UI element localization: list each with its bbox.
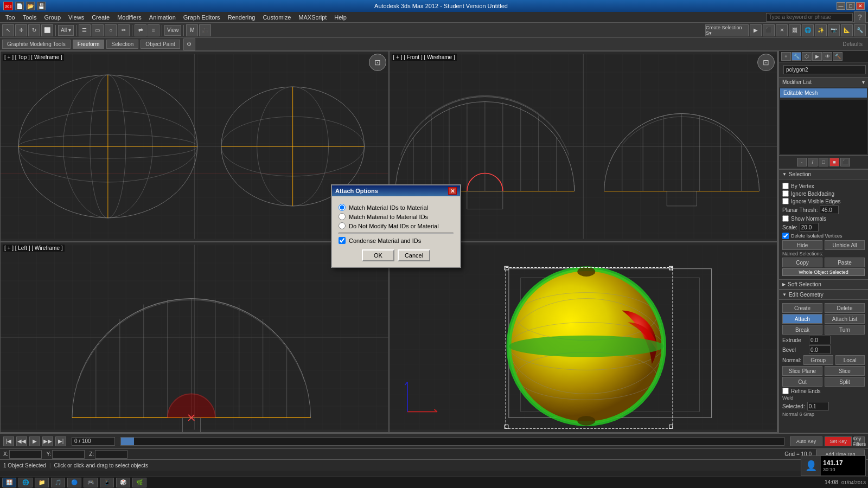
paint-select[interactable]: ✏ <box>118 24 130 36</box>
ignore-visible-checkbox[interactable] <box>782 198 789 204</box>
menu-customize[interactable]: Customize <box>259 14 294 21</box>
move-btn[interactable]: ✛ <box>15 24 27 36</box>
menu-help[interactable]: Help <box>331 14 350 21</box>
by-vertex-checkbox[interactable] <box>782 183 789 189</box>
render-frame[interactable]: ▶ <box>750 24 762 36</box>
menu-animation[interactable]: Animation <box>146 14 179 21</box>
create-panel-icon[interactable]: + <box>781 52 791 61</box>
slice-btn[interactable]: Slice <box>825 366 865 376</box>
subobj-poly[interactable]: ■ <box>829 158 839 166</box>
menu-too[interactable]: Too <box>2 14 18 21</box>
display-icon[interactable]: 👁 <box>822 52 832 61</box>
viewport-dropdown[interactable]: View <box>164 25 182 36</box>
filter-dropdown[interactable]: All ▾ <box>58 25 74 36</box>
object-name-field[interactable]: polygon2 <box>783 65 866 74</box>
local-btn[interactable]: Local <box>835 355 865 365</box>
render-last[interactable]: 🖼 <box>789 24 801 36</box>
viewport-top-nav[interactable]: ⊡ <box>369 54 386 71</box>
menu-tools[interactable]: Tools <box>20 14 40 21</box>
show-normals-checkbox[interactable] <box>782 215 789 222</box>
rotate-btn[interactable]: ↻ <box>28 24 40 36</box>
align-btn[interactable]: ≡ <box>148 24 159 36</box>
maximize-btn[interactable]: □ <box>846 2 855 10</box>
selection-header[interactable]: ▼ Selection <box>779 170 868 179</box>
next-frame-btn[interactable]: ▶| <box>55 436 66 446</box>
prev-key-btn[interactable]: ◀◀ <box>16 436 27 446</box>
unhide-all-btn[interactable]: Unhide All <box>825 240 865 250</box>
editable-mesh-item[interactable]: Editable Mesh <box>780 88 867 98</box>
ribbon-options[interactable]: ⚙ <box>183 38 195 50</box>
help-icon[interactable]: ? <box>854 11 866 23</box>
z-input[interactable] <box>95 450 127 459</box>
hide-btn[interactable]: Hide <box>782 240 822 250</box>
cut-btn[interactable]: Cut <box>782 377 822 387</box>
tab-freeform[interactable]: Freeform <box>73 40 105 49</box>
app2-btn[interactable]: 🌿 <box>132 478 146 487</box>
modify-panel-icon[interactable]: 🔧 <box>792 52 801 61</box>
hierarchy-icon[interactable]: ⬡ <box>802 52 812 61</box>
ie-btn[interactable]: 🌐 <box>18 478 33 487</box>
active-shade[interactable]: ☀ <box>776 24 788 36</box>
attach-dialog[interactable]: Attach Options ✕ Match Material IDs to M… <box>331 184 461 268</box>
circle-select[interactable]: ○ <box>105 24 117 36</box>
x-input[interactable] <box>9 450 42 459</box>
timeline-bar[interactable] <box>120 437 784 446</box>
close-btn[interactable]: ✕ <box>856 2 865 10</box>
menu-graph-editors[interactable]: Graph Editors <box>180 14 224 21</box>
menu-rendering[interactable]: Rendering <box>225 14 259 21</box>
key-filters-btn[interactable]: Key Filters <box>854 436 865 446</box>
material-editor[interactable]: M <box>186 24 198 36</box>
split-btn[interactable]: Split <box>825 377 865 387</box>
extrude-input[interactable] <box>809 336 831 344</box>
minimize-btn[interactable]: — <box>837 2 845 10</box>
quick-render[interactable]: ⬛ <box>763 24 775 36</box>
viewport-front-nav[interactable]: ⊡ <box>757 54 775 71</box>
delete-btn[interactable]: Delete <box>825 303 865 313</box>
radio-do-not-modify-input[interactable] <box>339 222 346 229</box>
menu-group[interactable]: Group <box>41 14 64 21</box>
refine-ends-checkbox[interactable] <box>782 388 789 394</box>
scale-input[interactable] <box>800 223 819 232</box>
search-input[interactable] <box>766 13 853 22</box>
render-to-tex[interactable]: 📷 <box>828 24 840 36</box>
print-size[interactable]: 📐 <box>841 24 853 36</box>
start-btn[interactable]: 🪟 <box>2 478 16 487</box>
gamma-lut[interactable]: 🔧 <box>854 24 866 36</box>
prev-frame-btn[interactable]: |◀ <box>3 436 14 446</box>
ok-btn[interactable]: OK <box>362 249 394 261</box>
render-btn[interactable]: 🎥 <box>199 24 211 36</box>
key-mode-btn[interactable]: Auto Key <box>790 436 822 446</box>
planar-thresh-input[interactable] <box>820 206 839 214</box>
play-btn[interactable]: ▶ <box>29 436 40 446</box>
save-btn[interactable]: 💾 <box>37 2 46 10</box>
set-key-btn[interactable]: Set Key <box>825 436 852 446</box>
ignore-backfacing-checkbox[interactable] <box>782 190 789 197</box>
viewport-perspective[interactable] <box>389 242 778 433</box>
open-btn[interactable]: 📂 <box>26 2 35 10</box>
radio-match-material-ids-input[interactable] <box>339 204 346 211</box>
tab-objectpaint[interactable]: Object Paint <box>141 40 180 49</box>
scale-btn[interactable]: ⬜ <box>41 24 53 36</box>
select-by-name[interactable]: ☰ <box>79 24 91 36</box>
subobj-edge[interactable]: / <box>808 158 818 166</box>
soft-selection-header[interactable]: ▶ Soft Selection <box>779 280 868 290</box>
render-effects[interactable]: ✨ <box>815 24 827 36</box>
y-input[interactable] <box>52 450 85 459</box>
menu-views[interactable]: Views <box>65 14 87 21</box>
next-key-btn[interactable]: ▶▶ <box>42 436 53 446</box>
viewport-left[interactable]: [ + ] [ Left ] [ Wireframe ] <box>0 242 389 433</box>
paste-btn[interactable]: Paste <box>825 258 865 267</box>
subobj-vertex[interactable]: · <box>797 158 807 166</box>
bevel-input[interactable] <box>809 345 831 354</box>
new-btn[interactable]: 📄 <box>15 2 24 10</box>
delete-isolated-checkbox[interactable] <box>782 233 789 239</box>
nav-cube-top[interactable]: ⊡ <box>369 54 386 71</box>
tab-graphite[interactable]: Graphite Modeling Tools <box>2 40 71 49</box>
attach-btn[interactable]: Attach <box>782 314 822 324</box>
dialog-close-btn[interactable]: ✕ <box>448 187 457 195</box>
condense-checkbox[interactable] <box>339 237 346 244</box>
media-btn[interactable]: 🎵 <box>51 478 65 487</box>
menu-create[interactable]: Create <box>88 14 113 21</box>
motion-icon[interactable]: ▶ <box>812 52 822 61</box>
edit-geometry-header[interactable]: ▼ Edit Geometry <box>779 290 868 300</box>
